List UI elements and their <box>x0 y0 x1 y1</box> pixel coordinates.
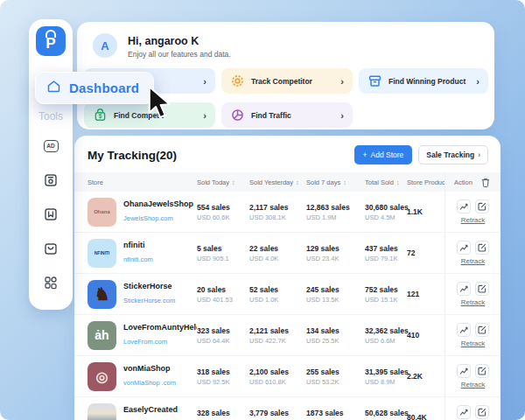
shop-bag-icon[interactable] <box>44 241 59 256</box>
store-products-value: 1.1K <box>407 207 444 216</box>
sold-yesterday-usd: USD 610.8K <box>249 378 306 386</box>
store-products-value: 72 <box>407 248 444 257</box>
retrack-link[interactable]: Retrack <box>461 257 486 265</box>
tools-label: Tools <box>29 110 73 122</box>
sold-yesterday-value: 2,121 sales <box>249 326 306 335</box>
product-box-icon[interactable] <box>44 172 59 187</box>
table-row: NFINITI nfiniti nfiniti.com 5 sales USD … <box>74 233 500 274</box>
edit-action-button[interactable] <box>475 323 489 337</box>
retrack-link[interactable]: Retrack <box>461 340 486 347</box>
sold-7-days-cell: 12,863 sales USD 1.9M <box>306 203 365 221</box>
column-sold-today: Sold Today↕ <box>197 178 249 186</box>
retrack-link[interactable]: Retrack <box>461 381 486 388</box>
store-domain-link[interactable]: JewelsShop.com <box>123 214 173 222</box>
store-products-value: 80.4K <box>407 413 444 420</box>
trash-icon[interactable] <box>481 178 490 187</box>
store-domain-link[interactable]: LoveFrom.com <box>123 338 167 346</box>
target-icon <box>230 74 244 88</box>
sold-today-cell: 328 sales USD 14.4K <box>197 409 249 420</box>
store-logo-text: ȧh <box>94 328 108 342</box>
chart-action-button[interactable] <box>457 282 471 296</box>
chevron-right-icon: › <box>340 76 344 87</box>
chevron-right-icon: › <box>203 76 206 87</box>
sold-yesterday-value: 52 sales <box>249 285 306 294</box>
chevron-right-icon: › <box>478 150 480 159</box>
chevron-right-icon: › <box>476 76 480 87</box>
column-store-products: Store Products <box>407 178 444 186</box>
store-domain-link[interactable]: StickerHorse.com <box>123 297 175 304</box>
card-label: Find Winning Product <box>388 77 469 86</box>
total-sold-usd: USD 15.1K <box>365 296 407 304</box>
sort-icon[interactable]: ↕ <box>232 179 235 186</box>
sold-yesterday-usd: USD 422.7K <box>249 337 306 345</box>
sold-today-usd: USD 92.5K <box>197 378 249 386</box>
edit-action-button[interactable] <box>475 405 489 419</box>
sort-icon[interactable]: ↕ <box>396 179 400 186</box>
store-cell: Ohana OhanaJewelsShop JewelsShop.com <box>88 198 197 227</box>
add-store-button[interactable]: + Add Store <box>354 145 413 164</box>
sidebar-item-label: Dashboard <box>69 80 139 95</box>
total-sold-usd: USD 4.5M <box>365 214 407 221</box>
store-name: LoveFromAuntyHelen <box>123 323 197 332</box>
sold-yesterday-value: 2,100 sales <box>249 368 306 376</box>
dollar-bag-icon: $ <box>93 108 107 122</box>
card-find-winning-product[interactable]: Find Winning Product › <box>359 68 488 94</box>
sold-yesterday-cell: 52 sales USD 1.0K <box>249 285 306 304</box>
card-label: Track Competitor <box>251 77 333 86</box>
edit-action-button[interactable] <box>475 241 489 255</box>
action-cell: Retrack <box>444 356 500 396</box>
table-row: EaselyCreated EaselyCreated .com 328 sal… <box>74 397 500 420</box>
store-logo: ♞ <box>88 280 116 309</box>
column-total-sold: Total Sold↕ <box>365 178 407 186</box>
ad-icon[interactable]: AD <box>44 138 59 153</box>
action-cell: Retrack <box>444 192 500 232</box>
sold-yesterday-cell: 2,121 sales USD 422.7K <box>249 326 306 345</box>
store-name: nfiniti <box>123 241 153 249</box>
avatar: A <box>93 33 117 58</box>
chart-action-button[interactable] <box>457 364 471 378</box>
store-domain-link[interactable]: nfiniti.com <box>123 256 153 263</box>
total-sold-value: 32,362 sales <box>365 326 407 335</box>
column-sold-7-days: Sold 7 days↕ <box>306 178 365 186</box>
total-sold-value: 30,680 sales <box>365 203 407 212</box>
edit-action-button[interactable] <box>475 200 489 214</box>
total-sold-cell: 31,395 sales USD 8.9M <box>365 368 407 386</box>
chart-action-button[interactable] <box>457 241 471 255</box>
store-products-cell: 80.4K <box>407 413 444 420</box>
tracking-panel: My Tracking(20) + Add Store Sale Trackin… <box>74 136 500 420</box>
edit-action-button[interactable] <box>475 364 489 378</box>
sort-icon[interactable]: ↕ <box>343 179 346 186</box>
store-products-cell: 1.1K <box>407 207 444 216</box>
sold-7-days-cell: 134 sales USD 25.5K <box>306 326 365 345</box>
svg-text:$: $ <box>98 113 102 120</box>
edit-action-button[interactable] <box>475 282 489 296</box>
chart-action-button[interactable] <box>457 405 471 419</box>
card-track-competitor[interactable]: Track Competitor › <box>221 68 353 94</box>
pie-chart-icon <box>230 108 244 122</box>
store-products-cell: 72 <box>407 248 444 257</box>
sort-icon[interactable]: ↕ <box>296 179 299 186</box>
store-products-cell: 2.2K <box>407 372 444 381</box>
card-find-traffic[interactable]: Find Traffic › <box>221 102 353 128</box>
column-action: Action <box>444 172 500 192</box>
retrack-link[interactable]: Retrack <box>461 216 486 224</box>
store-domain-link[interactable]: vonMiaShop .com <box>123 379 176 387</box>
apps-grid-icon[interactable] <box>44 275 59 290</box>
sidebar-item-dashboard[interactable]: Dashboard <box>35 72 154 104</box>
column-sold-yesterday: Sold Yesterday↕ <box>249 178 306 186</box>
total-sold-cell: 50,628 sales USD 2.4M <box>365 409 407 420</box>
store-name: StickerHorse <box>123 282 175 290</box>
chart-action-button[interactable] <box>457 200 471 214</box>
chart-action-button[interactable] <box>457 323 471 337</box>
sold-today-value: 318 sales <box>197 368 249 376</box>
total-sold-cell: 437 sales USD 79.1K <box>365 244 407 262</box>
retrack-link[interactable]: Retrack <box>461 298 486 306</box>
sold-7-days-cell: 255 sales USD 53.2K <box>306 368 365 386</box>
sale-tracking-button[interactable]: Sale Tracking › <box>418 145 488 164</box>
bookmark-icon[interactable] <box>44 206 59 221</box>
store-name: EaselyCreated <box>123 405 183 414</box>
total-sold-usd: USD 6.6M <box>365 337 407 345</box>
column-store: Store <box>88 178 197 186</box>
greeting-text: Hi, angaroo K <box>128 35 199 47</box>
total-sold-cell: 752 sales USD 15.1K <box>365 285 407 304</box>
